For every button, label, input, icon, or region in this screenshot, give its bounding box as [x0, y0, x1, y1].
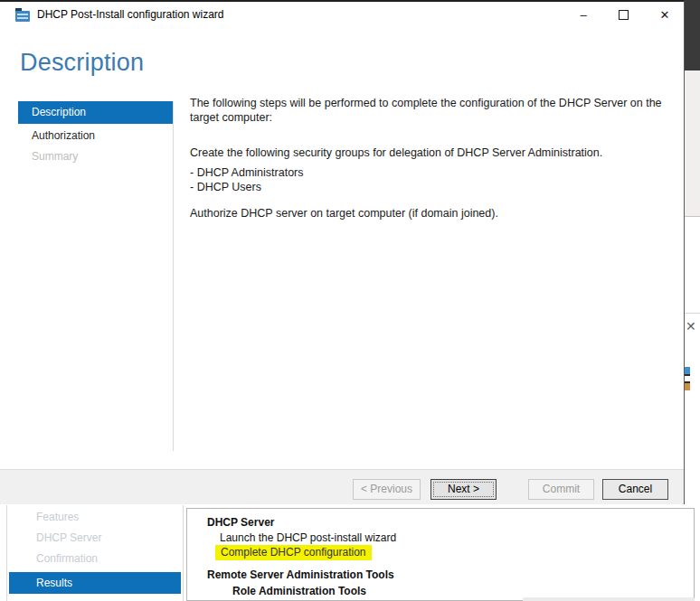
- result-item-remote-admin-tools: Remote Server Administration Tools: [207, 568, 394, 581]
- background-window-divider: [685, 313, 700, 314]
- sidebar-item-authorization[interactable]: Authorization: [32, 129, 95, 142]
- description-bullet-admins: - DHCP Administrators: [190, 165, 678, 180]
- bg-sidebar-item-confirmation: Confirmation: [36, 552, 98, 565]
- title-bar: DHCP Post-Install configuration wizard –…: [0, 2, 684, 28]
- sidebar-divider: [173, 101, 174, 451]
- background-icon-fragment-orange: [685, 381, 690, 390]
- window-title: DHCP Post-Install configuration wizard: [37, 2, 224, 28]
- maximize-icon: [619, 10, 629, 20]
- background-wizard-window: Features DHCP Server Confirmation Result…: [0, 505, 700, 601]
- cancel-button[interactable]: Cancel: [602, 479, 668, 500]
- result-item-launch-wizard: Launch the DHCP post-install wizard: [220, 531, 396, 544]
- page-title: Description: [20, 49, 144, 77]
- horizontal-scrollbar[interactable]: [523, 597, 695, 601]
- bg-sidebar-item-features: Features: [36, 511, 79, 523]
- next-button[interactable]: Next >: [430, 479, 497, 500]
- minimize-button[interactable]: –: [566, 2, 601, 28]
- description-bullet-users: - DHCP Users: [190, 180, 678, 194]
- sidebar-item-description[interactable]: Description: [18, 101, 173, 124]
- result-item-complete-dhcp-configuration: Complete DHCP configuration: [215, 546, 372, 559]
- bg-sidebar-item-dhcp-server: DHCP Server: [36, 531, 101, 544]
- sidebar-item-summary: Summary: [32, 150, 78, 163]
- close-button[interactable]: ✕: [648, 2, 682, 28]
- result-item-role-admin-tools: Role Administration Tools: [232, 585, 366, 597]
- background-window-left-border: [6, 505, 7, 601]
- maximize-button[interactable]: [606, 2, 640, 28]
- result-item-dhcp-server: DHCP Server: [207, 516, 274, 529]
- screen: ✕ Features DHCP Server Confirmation Resu…: [0, 0, 700, 601]
- background-window-header-strip: [685, 0, 700, 70]
- highlighted-text: Complete DHCP configuration: [215, 545, 372, 560]
- description-paragraph-steps: The following steps will be performed to…: [190, 96, 678, 125]
- bg-sidebar-item-results[interactable]: Results: [9, 572, 181, 594]
- background-close-icon[interactable]: ✕: [686, 318, 700, 334]
- background-window-strip: [685, 70, 700, 217]
- commit-button[interactable]: Commit: [528, 479, 594, 500]
- background-icon-fragment-blue: [685, 367, 690, 376]
- description-paragraph-groups: Create the following security groups for…: [190, 146, 678, 160]
- bg-sidebar-divider: [183, 505, 184, 601]
- app-icon: [15, 8, 30, 22]
- background-window-strip-lower: [685, 217, 700, 506]
- dhcp-wizard-dialog: DHCP Post-Install configuration wizard –…: [0, 0, 685, 504]
- results-box: DHCP Server Launch the DHCP post-install…: [186, 508, 695, 601]
- description-paragraph-authorize: Authorize DHCP server on target computer…: [190, 206, 678, 221]
- description-text: The following steps will be performed to…: [190, 96, 678, 221]
- previous-button[interactable]: < Previous: [353, 479, 421, 500]
